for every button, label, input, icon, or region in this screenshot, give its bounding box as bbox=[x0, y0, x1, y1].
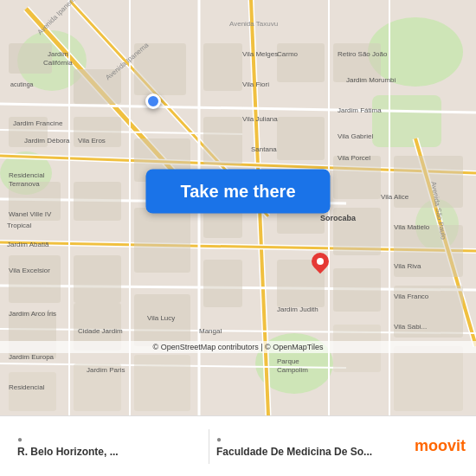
take-me-there-button[interactable]: Take me there bbox=[145, 169, 330, 213]
svg-text:Jardim Débora: Jardim Débora bbox=[24, 137, 70, 145]
svg-rect-39 bbox=[203, 117, 242, 164]
bottom-bar: ● R. Belo Horizonte, ... ● Faculdade De … bbox=[0, 415, 476, 476]
svg-text:Cidade Jardim: Cidade Jardim bbox=[78, 327, 123, 335]
svg-text:Retiro São João: Retiro São João bbox=[338, 50, 388, 58]
svg-text:Jardim Fátima: Jardim Fátima bbox=[338, 106, 382, 114]
svg-text:Residencial: Residencial bbox=[9, 171, 45, 179]
svg-text:acutinga: acutinga bbox=[10, 81, 34, 88]
map-attribution: © OpenStreetMap contributors | © OpenMap… bbox=[0, 341, 476, 353]
svg-text:Campolim: Campolim bbox=[277, 366, 308, 374]
svg-text:Vila Juliana: Vila Juliana bbox=[242, 115, 278, 123]
map-container: Jardim Califórnia acutinga Jardim Débora… bbox=[0, 0, 476, 415]
moovit-logo: moovit bbox=[415, 437, 466, 455]
svg-text:Vila Excelsior: Vila Excelsior bbox=[9, 267, 50, 274]
svg-rect-6 bbox=[372, 95, 441, 147]
svg-text:Carmo: Carmo bbox=[277, 50, 299, 58]
svg-text:Califórnia: Califórnia bbox=[43, 59, 73, 67]
svg-text:Vila Melges: Vila Melges bbox=[242, 50, 278, 58]
svg-text:Residencial: Residencial bbox=[9, 383, 45, 391]
moovit-text: moovit bbox=[415, 437, 466, 455]
svg-rect-57 bbox=[333, 268, 381, 312]
destination-location: ● Faculdade De Medicina De So... bbox=[209, 434, 408, 458]
svg-text:Jardim Judith: Jardim Judith bbox=[277, 306, 318, 313]
svg-text:Terranova: Terranova bbox=[9, 180, 40, 188]
svg-text:Vila Riva: Vila Riva bbox=[394, 262, 421, 270]
svg-text:Jardim: Jardim bbox=[48, 50, 68, 58]
svg-rect-55 bbox=[203, 260, 242, 307]
svg-text:Santana: Santana bbox=[251, 145, 277, 153]
svg-rect-36 bbox=[74, 182, 121, 221]
destination-name: Faculdade De Medicina De So... bbox=[216, 446, 401, 458]
svg-text:Jardim Arco Íris: Jardim Arco Íris bbox=[9, 310, 56, 318]
svg-rect-59 bbox=[9, 372, 56, 411]
svg-text:Jardim Francine: Jardim Francine bbox=[13, 119, 63, 127]
origin-label: ● bbox=[17, 434, 202, 444]
svg-text:Mangal: Mangal bbox=[199, 327, 222, 335]
svg-text:Wanel Ville IV: Wanel Ville IV bbox=[9, 210, 52, 218]
svg-rect-63 bbox=[394, 346, 463, 411]
origin-marker bbox=[145, 93, 161, 109]
svg-rect-45 bbox=[74, 255, 121, 303]
svg-text:Jardim Abatiã: Jardim Abatiã bbox=[7, 241, 49, 248]
svg-rect-44 bbox=[9, 255, 61, 303]
svg-text:Vila Alice: Vila Alice bbox=[381, 193, 409, 201]
destination-marker bbox=[312, 253, 329, 277]
svg-text:Vila Sabi...: Vila Sabi... bbox=[394, 323, 427, 331]
svg-text:Avenida Taxuvu: Avenida Taxuvu bbox=[229, 20, 278, 28]
svg-rect-43 bbox=[333, 156, 381, 199]
svg-rect-38 bbox=[203, 43, 242, 91]
svg-text:Vila Porcel: Vila Porcel bbox=[338, 154, 370, 162]
svg-text:Vila Gabriel: Vila Gabriel bbox=[338, 132, 373, 140]
svg-text:Tropical: Tropical bbox=[7, 222, 31, 229]
svg-text:Vila Fiori: Vila Fiori bbox=[242, 80, 269, 88]
svg-text:Jardim Paris: Jardim Paris bbox=[87, 366, 125, 374]
svg-text:Vila Eros: Vila Eros bbox=[78, 137, 106, 145]
svg-rect-41 bbox=[277, 117, 325, 160]
svg-text:Vila Matielo: Vila Matielo bbox=[394, 223, 430, 231]
svg-rect-40 bbox=[277, 43, 325, 82]
svg-text:Sorocaba: Sorocaba bbox=[320, 214, 357, 222]
origin-location: ● R. Belo Horizonte, ... bbox=[10, 434, 209, 458]
svg-text:Vila Franco: Vila Franco bbox=[394, 293, 429, 300]
svg-text:Parque: Parque bbox=[277, 357, 299, 365]
svg-text:Vila Lucy: Vila Lucy bbox=[147, 314, 175, 322]
svg-text:Jardim Europa: Jardim Europa bbox=[9, 353, 55, 361]
origin-name: R. Belo Horizonte, ... bbox=[17, 446, 202, 458]
svg-rect-46 bbox=[134, 208, 190, 273]
svg-text:Jardim Morumbi: Jardim Morumbi bbox=[346, 76, 396, 84]
destination-label: ● bbox=[216, 434, 401, 444]
svg-rect-61 bbox=[134, 355, 190, 411]
